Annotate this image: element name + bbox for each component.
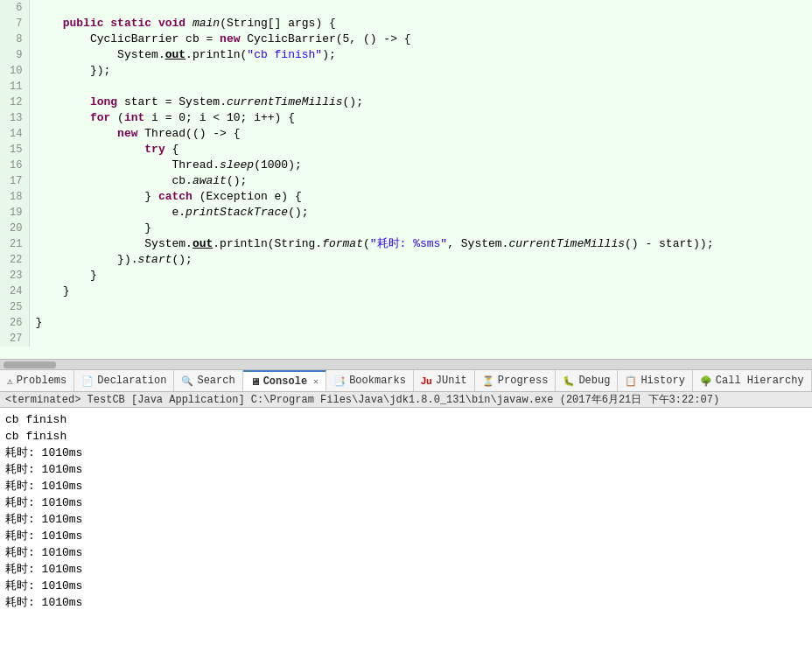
line-number: 21 <box>0 236 30 252</box>
code-content <box>30 299 812 315</box>
code-content: } <box>30 221 812 236</box>
code-line-row: 16 Thread.sleep(1000); <box>0 158 812 173</box>
console-output-line: 耗时: 1010ms <box>5 578 807 594</box>
tab-declaration[interactable]: 📄 Declaration <box>74 370 174 391</box>
code-line-row: 12 long start = System.currentTimeMillis… <box>0 95 812 110</box>
line-number: 15 <box>0 142 30 158</box>
tab-bar: ⚠ Problems 📄 Declaration 🔍 Search 🖥 Cons… <box>0 369 812 392</box>
code-content: public static void main(String[] args) { <box>30 16 812 32</box>
code-line-row: 20 } <box>0 221 812 236</box>
tab-bookmarks-label: Bookmarks <box>349 375 406 387</box>
console-icon: 🖥 <box>250 376 260 388</box>
code-content: System.out.println("cb finish"); <box>30 47 812 63</box>
tab-console[interactable]: 🖥 Console ✕ <box>243 370 326 391</box>
code-content: }).start(); <box>30 252 812 268</box>
code-table: 6 7 public static void main(String[] arg… <box>0 0 812 347</box>
console-output-line: cb finish <box>5 411 807 428</box>
line-number: 17 <box>0 173 30 189</box>
line-number: 19 <box>0 205 30 221</box>
line-number: 25 <box>0 299 30 315</box>
console-output-line: 耗时: 1010ms <box>5 528 807 544</box>
hscroll-thumb[interactable] <box>4 361 56 368</box>
code-hscrollbar[interactable] <box>0 359 812 369</box>
console-close-icon[interactable]: ✕ <box>313 376 318 387</box>
tab-problems-label: Problems <box>17 375 67 387</box>
tab-bookmarks[interactable]: 📑 Bookmarks <box>326 370 414 391</box>
line-number: 8 <box>0 32 30 47</box>
code-content: Thread.sleep(1000); <box>30 158 812 173</box>
code-content: try { <box>30 142 812 158</box>
code-content: CyclicBarrier cb = new CyclicBarrier(5, … <box>30 32 812 47</box>
line-number: 7 <box>0 16 30 32</box>
code-content: e.printStackTrace(); <box>30 205 812 221</box>
line-number: 26 <box>0 315 30 331</box>
debug-icon: 🐛 <box>563 375 575 387</box>
console-output-line: 耗时: 1010ms <box>5 544 807 561</box>
line-number: 11 <box>0 79 30 95</box>
code-line-row: 25 <box>0 299 812 315</box>
line-number: 14 <box>0 126 30 142</box>
line-number: 22 <box>0 252 30 268</box>
bookmarks-icon: 📑 <box>333 375 346 387</box>
call-hierarchy-icon: 🌳 <box>700 375 712 387</box>
tab-progress-label: Progress <box>498 375 549 387</box>
code-content <box>30 331 812 347</box>
code-line-row: 11 <box>0 79 812 95</box>
tab-history[interactable]: 📋 History <box>618 370 692 391</box>
code-line-row: 17 cb.await(); <box>0 173 812 189</box>
tab-problems[interactable]: ⚠ Problems <box>0 370 74 391</box>
tab-junit[interactable]: Ju JUnit <box>414 370 475 391</box>
line-number: 18 <box>0 189 30 205</box>
status-bar: <terminated> TestCB [Java Application] C… <box>0 392 812 408</box>
code-content: } <box>30 315 812 331</box>
code-content: System.out.println(String.format("耗时: %s… <box>30 236 812 252</box>
code-content: long start = System.currentTimeMillis(); <box>30 95 812 110</box>
line-number: 10 <box>0 63 30 79</box>
console-output-line: 耗时: 1010ms <box>5 594 807 611</box>
code-line-row: 26 } <box>0 315 812 331</box>
tab-search-label: Search <box>197 375 234 387</box>
code-line-row: 9 System.out.println("cb finish"); <box>0 47 812 63</box>
code-line-row: 19 e.printStackTrace(); <box>0 205 812 221</box>
line-number: 20 <box>0 221 30 236</box>
tab-junit-label: JUnit <box>436 375 467 387</box>
line-number: 12 <box>0 95 30 110</box>
tab-call-hierarchy[interactable]: 🌳 Call Hierarchy <box>693 370 812 391</box>
search-icon: 🔍 <box>181 375 193 387</box>
console-output[interactable]: cb finishcb finish耗时: 1010ms耗时: 1010ms耗时… <box>0 408 812 659</box>
code-editor: 6 7 public static void main(String[] arg… <box>0 0 812 359</box>
tab-call-hierarchy-label: Call Hierarchy <box>716 375 804 387</box>
tab-history-label: History <box>640 375 684 387</box>
code-line-row: 8 CyclicBarrier cb = new CyclicBarrier(5… <box>0 32 812 47</box>
code-line-row: 15 try { <box>0 142 812 158</box>
line-number: 23 <box>0 268 30 284</box>
console-output-line: 耗时: 1010ms <box>5 494 807 511</box>
code-line-row: 21 System.out.println(String.format("耗时:… <box>0 236 812 252</box>
progress-icon: ⏳ <box>482 375 494 387</box>
console-output-line: cb finish <box>5 428 807 445</box>
code-line-row: 13 for (int i = 0; i < 10; i++) { <box>0 110 812 126</box>
code-content: } <box>30 268 812 284</box>
console-output-line: 耗时: 1010ms <box>5 478 807 494</box>
code-content <box>30 0 812 16</box>
code-line-row: 6 <box>0 0 812 16</box>
tab-debug[interactable]: 🐛 Debug <box>556 370 618 391</box>
tab-search[interactable]: 🔍 Search <box>174 370 242 391</box>
code-content: } <box>30 284 812 299</box>
line-number: 13 <box>0 110 30 126</box>
line-number: 27 <box>0 331 30 347</box>
line-number: 24 <box>0 284 30 299</box>
code-line-row: 18 } catch (Exception e) { <box>0 189 812 205</box>
code-line-row: 14 new Thread(() -> { <box>0 126 812 142</box>
code-line-row: 27 <box>0 331 812 347</box>
code-line-row: 22 }).start(); <box>0 252 812 268</box>
line-number: 16 <box>0 158 30 173</box>
tab-debug-label: Debug <box>578 375 610 387</box>
tab-progress[interactable]: ⏳ Progress <box>475 370 556 391</box>
status-text: <terminated> TestCB [Java Application] C… <box>5 392 719 407</box>
code-line-row: 24 } <box>0 284 812 299</box>
tab-declaration-label: Declaration <box>97 375 166 387</box>
code-content: for (int i = 0; i < 10; i++) { <box>30 110 812 126</box>
code-content: new Thread(() -> { <box>30 126 812 142</box>
tab-console-label: Console <box>263 375 307 388</box>
